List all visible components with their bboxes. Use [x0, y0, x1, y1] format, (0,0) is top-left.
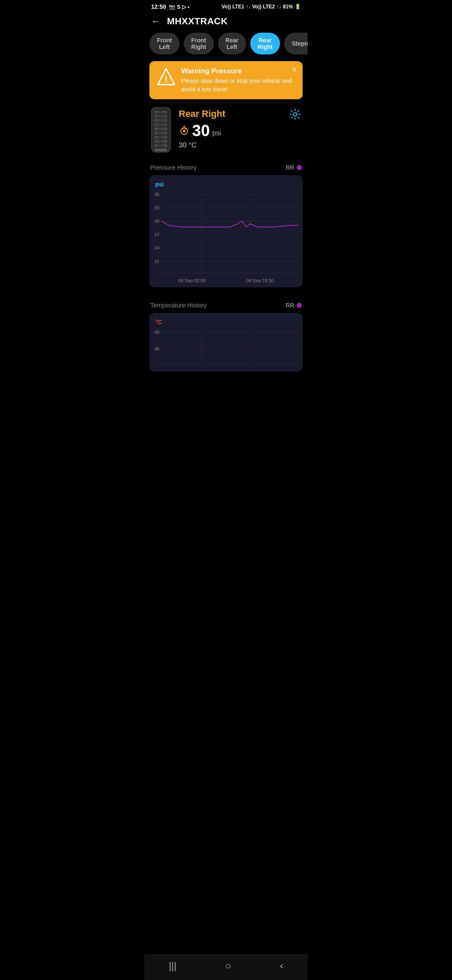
- status-right: Vo)) LTE1 ↑↓ Vo)) LTE2 ↑↓ 81% 🔋: [222, 4, 301, 10]
- tire-name: Rear Right: [179, 108, 303, 119]
- svg-point-36: [293, 113, 297, 116]
- warning-icon: !: [156, 67, 176, 90]
- svg-rect-12: [154, 149, 167, 151]
- x-label-1: 04 Sep 02:50: [178, 278, 205, 283]
- pressure-value: 30: [192, 123, 210, 139]
- svg-text:21: 21: [154, 259, 159, 264]
- tab-front-right[interactable]: FrontRight: [184, 33, 214, 54]
- back-button[interactable]: ←: [151, 16, 160, 27]
- tab-bar: FrontLeft FrontRight RearLeft RearRight …: [144, 33, 308, 61]
- warning-banner: ! Warning Pressure Please slow down or s…: [149, 61, 303, 99]
- pressure-chart-container: psi 36 33 30 27 24 21 04 S: [149, 175, 303, 287]
- svg-text:24: 24: [154, 245, 159, 250]
- warning-close-button[interactable]: ×: [292, 65, 297, 74]
- pressure-icon: [179, 124, 190, 137]
- temperature-history-header: Temperature History RR: [144, 295, 308, 313]
- warning-text-block: Warning Pressure Please slow down or sto…: [181, 67, 296, 93]
- tire-details: Rear Right 30 psi 30 °C: [179, 107, 303, 150]
- svg-text:30: 30: [154, 219, 159, 224]
- tab-rear-left[interactable]: RearLeft: [218, 33, 246, 54]
- chart-x-labels: 04 Sep 02:50 04 Sep 19:30: [154, 276, 298, 283]
- warning-message: Please slow down or stop your vehicle an…: [181, 77, 296, 93]
- tab-rear-right[interactable]: RearRight: [250, 33, 280, 54]
- svg-text:33: 33: [154, 205, 159, 210]
- tab-front-left[interactable]: FrontLeft: [149, 33, 180, 54]
- temperature-chart: 40 36: [154, 328, 298, 367]
- warning-title: Warning Pressure: [181, 67, 296, 75]
- temperature-history-legend: RR: [286, 302, 302, 309]
- svg-text:36: 36: [154, 192, 159, 197]
- status-bar: 12:50 📷 S ▷ • Vo)) LTE1 ↑↓ Vo)) LTE2 ↑↓ …: [144, 0, 308, 12]
- app-header: ← MHXXTRACK: [144, 12, 308, 33]
- temp-legend-dot: [297, 303, 302, 308]
- temperature-history-section: Temperature History RR °C 40 36: [144, 295, 308, 371]
- status-time: 12:50: [151, 3, 166, 10]
- pressure-history-title: Pressure History: [150, 164, 197, 171]
- status-left: 12:50 📷 S ▷ •: [151, 3, 190, 10]
- svg-point-32: [183, 130, 185, 132]
- pressure-history-header: Pressure History RR: [144, 157, 308, 175]
- temp-legend-label: RR: [286, 302, 294, 309]
- x-label-2: 04 Sep 19:30: [247, 278, 274, 283]
- battery-icon: 🔋: [295, 4, 301, 10]
- svg-text:!: !: [164, 74, 167, 85]
- legend-dot-rr: [297, 165, 302, 170]
- pressure-row: 30 psi: [179, 123, 303, 139]
- temperature-history-title: Temperature History: [150, 302, 207, 309]
- svg-text:40: 40: [154, 330, 159, 335]
- pressure-chart: 36 33 30 27 24 21: [154, 190, 298, 276]
- svg-text:36: 36: [154, 346, 159, 351]
- battery-percent: 81%: [283, 4, 293, 10]
- status-icons: 📷 S ▷ •: [169, 4, 190, 10]
- pressure-unit: psi: [212, 129, 221, 137]
- temperature-row: 30 °C: [179, 141, 303, 150]
- page-title: MHXXTRACK: [167, 16, 228, 27]
- signal-info: Vo)) LTE1 ↑↓ Vo)) LTE2 ↑↓: [222, 4, 281, 10]
- settings-icon[interactable]: [289, 108, 301, 123]
- psi-label: psi: [154, 181, 298, 188]
- tab-stepney[interactable]: Stepney: [284, 33, 308, 54]
- pressure-history-legend: RR: [286, 164, 302, 171]
- legend-label-rr: RR: [286, 164, 294, 171]
- temperature-chart-container: °C 40 36: [149, 313, 303, 371]
- tire-info-section: Rear Right 30 psi 30 °C: [144, 107, 308, 157]
- svg-text:27: 27: [154, 232, 159, 237]
- celsius-label: °C: [154, 319, 298, 325]
- tire-graphic: [149, 107, 175, 153]
